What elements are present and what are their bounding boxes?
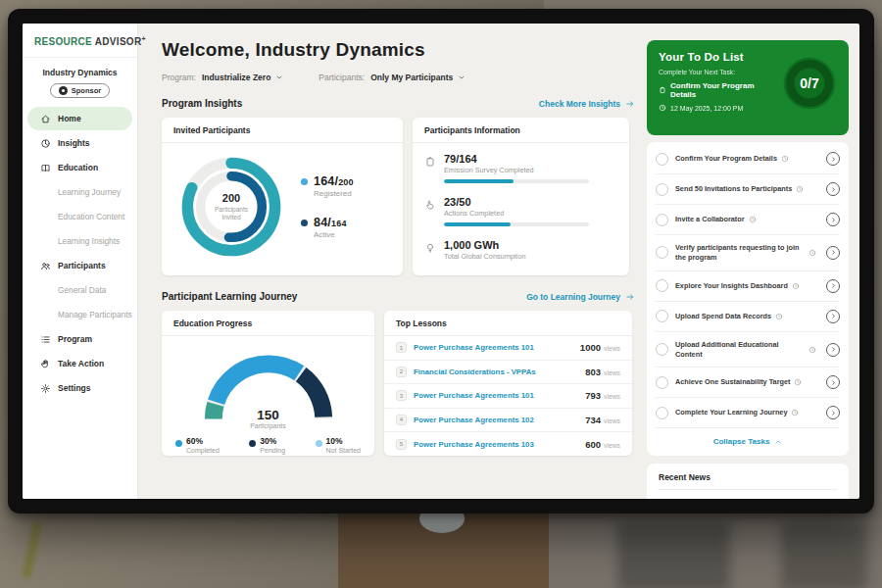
filter-dropdown[interactable]: Industrialize Zero: [202, 73, 283, 82]
sidebar-item[interactable]: Learning Insights: [27, 229, 132, 253]
clock-icon: [794, 378, 802, 386]
legend-item: 60% Completed: [175, 436, 220, 454]
task-open-button[interactable]: [826, 213, 840, 226]
gauge-center-label: Participants: [196, 422, 341, 429]
sidebar-item[interactable]: Learning Journey: [27, 180, 132, 204]
legend-dot: [316, 440, 322, 447]
task-label: Confirm Your Program Details: [675, 154, 777, 164]
donut-center-value: 200: [222, 192, 240, 204]
invited-donut-chart: 200 Participants Invited: [175, 151, 287, 263]
todo-progress-ring: 0/7: [780, 54, 839, 113]
filter-label: Participants:: [318, 73, 365, 82]
task-label: Explore Your Insights Dashboard: [675, 281, 788, 291]
collapse-tasks-link[interactable]: Collapse Tasks: [656, 428, 840, 456]
check-more-insights-link[interactable]: Check More Insights: [539, 99, 635, 109]
task-checkbox[interactable]: [656, 183, 668, 196]
chevron-right-icon: [830, 282, 837, 289]
sidebar-item[interactable]: Insights: [27, 131, 132, 155]
lesson-row: 3 Power Purchase Agreements 101 793 view…: [384, 384, 632, 409]
task-open-button[interactable]: [826, 152, 840, 166]
recent-news-title: Recent News: [659, 472, 837, 490]
task-open-button[interactable]: [826, 182, 840, 196]
lesson-link[interactable]: Power Purchase Agreements 101: [414, 391, 534, 400]
task-label: Send 50 Invitations to Participants: [675, 184, 792, 194]
lesson-views-unit: views: [604, 393, 620, 400]
lesson-views-count: 793: [585, 390, 601, 401]
clock-icon: [808, 249, 816, 257]
lesson-row: 1 Power Purchase Agreements 101 1000 vie…: [384, 336, 632, 361]
learning-journey-header: Participant Learning Journey Go to Learn…: [162, 291, 635, 302]
progress-bar: [444, 222, 589, 226]
lesson-rank: 3: [396, 390, 407, 401]
sidebar-item[interactable]: Take Action: [27, 352, 132, 375]
lesson-rank: 1: [396, 342, 407, 353]
chevron-right-icon: [830, 249, 837, 256]
task-label: Upload Additional Educational Content: [675, 340, 805, 360]
legend-item: 164/200 Registered: [301, 174, 354, 198]
sidebar-item[interactable]: Home: [27, 107, 132, 130]
task-row: Confirm Your Program Details: [656, 144, 840, 174]
chevron-right-icon: [830, 410, 837, 416]
insights-icon: [40, 138, 51, 149]
task-checkbox[interactable]: [656, 246, 668, 259]
filter: Participants: Only My Participants: [318, 73, 466, 82]
task-checkbox[interactable]: [656, 279, 668, 292]
legend-item: 30% Pending: [249, 436, 285, 454]
task-open-button[interactable]: [826, 246, 840, 260]
task-label: Invite a Collaborator: [675, 215, 745, 224]
gauge-center-value: 150: [196, 408, 341, 422]
lesson-rank: 5: [396, 439, 407, 450]
metric-label: Actions Completed: [444, 209, 589, 218]
sidebar-item[interactable]: Participants: [27, 254, 132, 277]
task-checkbox[interactable]: [656, 310, 668, 322]
task-open-button[interactable]: [826, 279, 840, 293]
learning-cards-row: Education Progress 150 Participants: [162, 311, 635, 456]
sidebar-item[interactable]: Manage Participants: [27, 303, 132, 326]
task-row: Upload Additional Educational Content: [656, 332, 840, 368]
education-gauge-chart: 150 Participants: [196, 340, 341, 430]
lesson-views-count: 600: [585, 439, 601, 450]
sidebar-item[interactable]: Settings: [27, 376, 132, 400]
clock-icon: [781, 155, 789, 163]
task-label: Complete Your Learning Journey: [675, 408, 787, 417]
legend-dot: [301, 220, 308, 226]
task-open-button[interactable]: [826, 406, 840, 419]
insights-cards-row: Invited Participants 200 Partic: [162, 118, 635, 275]
lesson-row: 4 Power Purchase Agreements 102 734 view…: [384, 409, 632, 433]
task-label: Achieve One Sustainability Target: [675, 377, 790, 387]
sidebar-item[interactable]: General Data: [27, 278, 132, 302]
lesson-link[interactable]: Financial Considerations - VPPAs: [414, 368, 536, 376]
lesson-link[interactable]: Power Purchase Agreements 101: [414, 343, 534, 352]
sidebar-item-label: Insights: [58, 138, 90, 148]
sidebar-item-label: Learning Insights: [58, 236, 120, 246]
task-open-button[interactable]: [826, 343, 840, 357]
task-open-button[interactable]: [826, 310, 840, 323]
chevron-right-icon: [830, 217, 837, 223]
metric-label: Total Global Consumption: [444, 252, 526, 261]
task-checkbox[interactable]: [656, 407, 668, 419]
sidebar: RESOURCE ADVISOR+ Industry Dynamics Spon…: [23, 24, 138, 499]
education-icon: [40, 163, 51, 173]
go-to-learning-journey-link[interactable]: Go to Learning Journey: [526, 292, 635, 302]
donut-legend: 164/200 Registered 84/164 Active: [301, 174, 354, 239]
legend-dot: [301, 178, 308, 185]
main-content: Welcome, Industry Dynamics Program: Indu…: [138, 24, 644, 499]
lesson-link[interactable]: Power Purchase Agreements 102: [414, 416, 534, 424]
filter-dropdown[interactable]: Only My Participants: [370, 73, 466, 82]
task-open-button[interactable]: [826, 375, 840, 389]
task-checkbox[interactable]: [656, 153, 668, 166]
task-row: Send 50 Invitations to Participants: [656, 174, 840, 205]
gauge-legend: 60% Completed 30% Pending: [162, 430, 374, 454]
sidebar-item[interactable]: Program: [27, 327, 132, 351]
task-checkbox[interactable]: [656, 376, 668, 389]
lesson-row: 2 Financial Considerations - VPPAs 803 v…: [384, 361, 632, 385]
clock-icon: [749, 216, 757, 223]
lesson-link[interactable]: Power Purchase Agreements 103: [414, 440, 534, 449]
task-checkbox[interactable]: [656, 214, 668, 226]
sidebar-item[interactable]: Education Content: [27, 205, 132, 228]
sidebar-item-label: Participants: [58, 261, 106, 270]
sidebar-item[interactable]: Education: [27, 156, 132, 179]
background-window-blur: [781, 522, 867, 588]
top-lessons-card: Top Lessons 1 Power Purchase Agreements …: [384, 311, 632, 456]
task-checkbox[interactable]: [656, 343, 668, 356]
